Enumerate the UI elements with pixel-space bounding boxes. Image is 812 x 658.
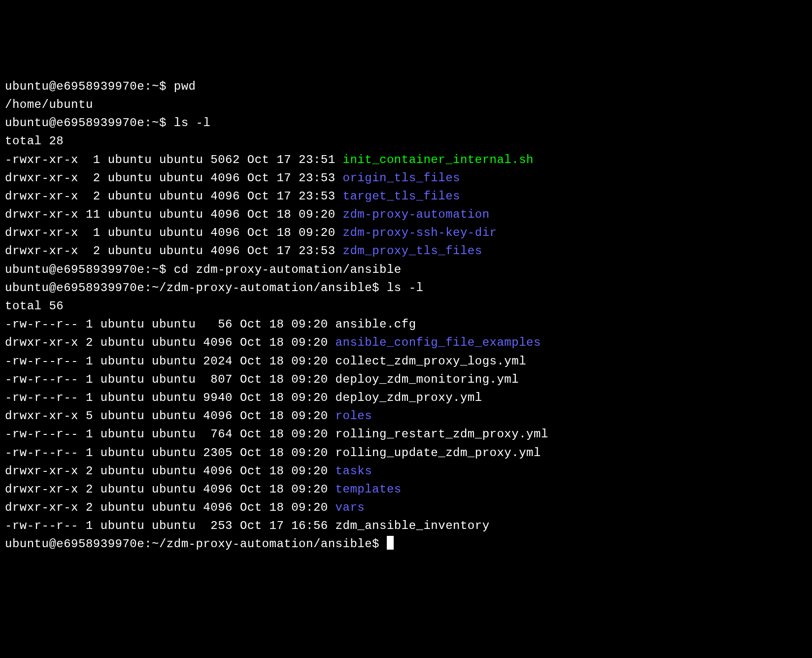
file-entry-meta: drwxr-xr-x 2 ubuntu ubuntu 4096 Oct 17 2… <box>5 171 343 185</box>
file-entry-name: roles <box>336 409 372 423</box>
file-entry-meta: -rw-r--r-- 1 ubuntu ubuntu 764 Oct 18 09… <box>5 428 336 441</box>
command-input: cd zdm-proxy-automation/ansible <box>174 263 402 276</box>
file-entry-name: collect_zdm_proxy_logs.yml <box>336 355 526 368</box>
file-entry-name: deploy_zdm_monitoring.yml <box>336 373 519 386</box>
file-entry-name: ansible_config_file_examples <box>336 336 541 349</box>
file-entry-meta: -rw-r--r-- 1 ubuntu ubuntu 807 Oct 18 09… <box>5 373 336 386</box>
file-entry-meta: drwxr-xr-x 1 ubuntu ubuntu 4096 Oct 18 0… <box>5 226 343 239</box>
file-entry-name: deploy_zdm_proxy.yml <box>336 391 482 404</box>
terminal[interactable]: ubuntu@e6958939970e:~$ pwd/home/ubuntuub… <box>5 77 807 554</box>
cursor-icon[interactable] <box>387 536 394 550</box>
command-input: ls -l <box>174 116 211 130</box>
file-entry-meta: drwxr-xr-x 2 ubuntu ubuntu 4096 Oct 18 0… <box>5 336 336 349</box>
file-entry-name: rolling_update_zdm_proxy.yml <box>336 446 541 460</box>
file-entry-meta: -rwxr-xr-x 1 ubuntu ubuntu 5062 Oct 17 2… <box>5 153 343 166</box>
file-entry-name: init_container_internal.sh <box>343 153 534 166</box>
file-entry-name: zdm_proxy_tls_files <box>343 244 482 258</box>
shell-prompt: ubuntu@e6958939970e:~/zdm-proxy-automati… <box>5 537 387 551</box>
command-input: ls -l <box>387 281 424 295</box>
file-entry-name: zdm-proxy-automation <box>343 208 490 221</box>
ls-total: total 28 <box>5 134 64 148</box>
file-entry-meta: drwxr-xr-x 2 ubuntu ubuntu 4096 Oct 18 0… <box>5 501 336 514</box>
file-entry-name: origin_tls_files <box>343 171 460 185</box>
file-entry-name: vars <box>336 501 365 514</box>
pwd-output: /home/ubuntu <box>5 98 93 111</box>
file-entry-name: zdm-proxy-ssh-key-dir <box>343 226 497 239</box>
file-entry-meta: drwxr-xr-x 2 ubuntu ubuntu 4096 Oct 17 2… <box>5 190 343 203</box>
shell-prompt: ubuntu@e6958939970e:~/zdm-proxy-automati… <box>5 281 387 295</box>
shell-prompt: ubuntu@e6958939970e:~$ <box>5 80 174 93</box>
file-entry-name: templates <box>336 483 402 496</box>
command-input: pwd <box>174 80 196 93</box>
shell-prompt: ubuntu@e6958939970e:~$ <box>5 116 174 130</box>
ls-total: total 56 <box>5 299 64 313</box>
file-entry-meta: -rw-r--r-- 1 ubuntu ubuntu 2024 Oct 18 0… <box>5 355 336 368</box>
file-entry-meta: -rw-r--r-- 1 ubuntu ubuntu 56 Oct 18 09:… <box>5 318 336 331</box>
file-entry-name: target_tls_files <box>343 190 460 203</box>
file-entry-meta: drwxr-xr-x 2 ubuntu ubuntu 4096 Oct 17 2… <box>5 244 343 258</box>
file-entry-meta: drwxr-xr-x 2 ubuntu ubuntu 4096 Oct 18 0… <box>5 464 336 478</box>
file-entry-name: rolling_restart_zdm_proxy.yml <box>336 428 548 441</box>
file-entry-meta: drwxr-xr-x 5 ubuntu ubuntu 4096 Oct 18 0… <box>5 409 336 423</box>
file-entry-meta: -rw-r--r-- 1 ubuntu ubuntu 2305 Oct 18 0… <box>5 446 336 460</box>
file-entry-meta: -rw-r--r-- 1 ubuntu ubuntu 253 Oct 17 16… <box>5 519 336 532</box>
shell-prompt: ubuntu@e6958939970e:~$ <box>5 263 174 276</box>
file-entry-name: ansible.cfg <box>336 318 416 331</box>
file-entry-meta: -rw-r--r-- 1 ubuntu ubuntu 9940 Oct 18 0… <box>5 391 336 404</box>
file-entry-name: tasks <box>336 464 372 478</box>
file-entry-meta: drwxr-xr-x 11 ubuntu ubuntu 4096 Oct 18 … <box>5 208 343 221</box>
file-entry-name: zdm_ansible_inventory <box>336 519 490 532</box>
file-entry-meta: drwxr-xr-x 2 ubuntu ubuntu 4096 Oct 18 0… <box>5 483 336 496</box>
